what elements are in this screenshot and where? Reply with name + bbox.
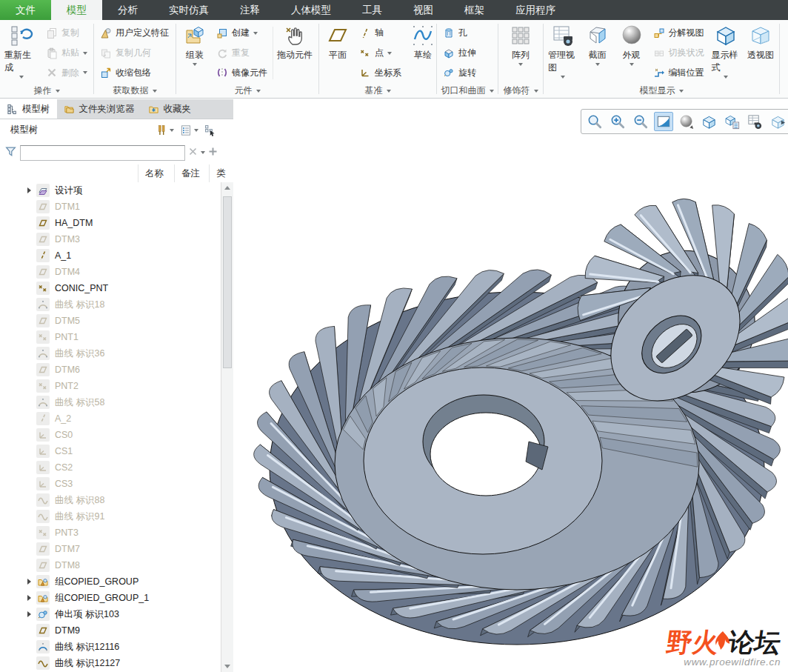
expand-arrow-icon[interactable] xyxy=(22,611,36,617)
tree-item[interactable]: A_2 xyxy=(0,410,221,427)
column-name[interactable]: 名称 xyxy=(138,164,174,182)
datum-point-button[interactable]: 点 xyxy=(357,44,404,62)
pattern-button[interactable]: 阵列 xyxy=(504,22,538,84)
tree-tools-button[interactable] xyxy=(156,124,174,136)
drag-components-button[interactable]: 拖动元件 xyxy=(274,22,315,84)
display-style-icon[interactable] xyxy=(700,112,719,131)
view-manager-icon[interactable] xyxy=(745,112,764,131)
menu-tab-model[interactable]: 模型 xyxy=(51,0,102,20)
expand-arrow-icon[interactable] xyxy=(22,579,36,585)
assemble-button[interactable]: 组装 xyxy=(178,22,212,84)
appearance-button[interactable]: 外观 xyxy=(615,22,649,84)
tree-item[interactable]: 曲线 标识58 xyxy=(0,394,221,410)
shrinkwrap-button[interactable]: 收缩包络 xyxy=(98,64,171,81)
repaint-icon[interactable] xyxy=(654,112,673,131)
tree-item[interactable]: 组COPIED_GROUP_1 xyxy=(0,590,221,606)
datum-plane-button[interactable]: 平面 xyxy=(321,22,355,84)
tree-item[interactable]: PNT1 xyxy=(0,329,221,345)
tree-item[interactable]: A_1 xyxy=(0,247,221,264)
tab-model-tree[interactable]: 模型树 xyxy=(0,99,57,119)
scroll-thumb[interactable] xyxy=(223,196,232,368)
group-label-operations[interactable]: 操作 xyxy=(0,84,93,98)
create-component-button[interactable]: 创建 xyxy=(214,24,270,42)
manage-views-button[interactable]: 管理视图 xyxy=(545,22,581,84)
tree-item[interactable]: DTM9 xyxy=(0,622,221,639)
tree-item[interactable]: 伸出项 标识103 xyxy=(0,606,221,622)
tree-item[interactable]: PNT2 xyxy=(0,378,221,394)
render-style-icon[interactable] xyxy=(677,112,696,131)
display-style-button[interactable]: 显示样式 xyxy=(709,22,744,84)
tree-item[interactable]: PNT3 xyxy=(0,525,221,541)
component-interface-button[interactable]: 元件 xyxy=(781,22,788,84)
datum-csys-button[interactable]: 坐标系 xyxy=(357,64,404,81)
tree-settings-button[interactable] xyxy=(204,124,216,136)
group-label-cuts-surfaces[interactable]: 切口和曲面 xyxy=(437,84,498,98)
edit-position-button[interactable]: 编辑位置 xyxy=(651,64,707,81)
zoom-out-icon[interactable] xyxy=(632,112,651,131)
udf-button[interactable]: 用户定义特征 xyxy=(98,24,171,42)
exploded-view-button[interactable]: 分解视图 xyxy=(651,24,707,42)
sections-button[interactable]: 截面 xyxy=(581,22,615,84)
graphics-area[interactable]: 野火论坛 www.proewildfire.cn xyxy=(233,99,788,672)
tree-item[interactable]: 设计项 xyxy=(0,182,221,199)
menu-tab-manikin[interactable]: 人体模型 xyxy=(276,0,347,20)
regenerate-button[interactable]: 重新生成 xyxy=(1,22,41,84)
tree-item[interactable]: 曲线 标识88 xyxy=(0,492,221,508)
tree-scrollbar[interactable] xyxy=(221,182,233,672)
scroll-up-icon[interactable] xyxy=(221,182,233,193)
menu-tab-annotate[interactable]: 注释 xyxy=(224,0,276,20)
paste-button[interactable]: 粘贴 xyxy=(44,44,90,62)
filter-dropdown-icon[interactable] xyxy=(201,151,205,154)
tree-item[interactable]: 曲线 标识36 xyxy=(0,345,221,362)
tree-filters-button[interactable] xyxy=(180,124,198,136)
group-label-model-display[interactable]: 模型显示 xyxy=(544,84,779,98)
menu-tab-view[interactable]: 视图 xyxy=(398,0,449,20)
tree-item[interactable]: DTM8 xyxy=(0,557,221,573)
expand-arrow-icon[interactable] xyxy=(22,595,36,601)
view-orient-icon[interactable] xyxy=(768,112,787,131)
tree-item[interactable]: DTM5 xyxy=(0,313,221,329)
column-note[interactable]: 备注 xyxy=(174,164,209,182)
delete-button[interactable]: 删除 xyxy=(44,64,90,81)
3d-model-spiral-bevel-gears[interactable] xyxy=(233,99,788,672)
group-label-datum[interactable]: 基准 xyxy=(319,84,436,98)
menu-tab-live-sim[interactable]: 实时仿真 xyxy=(153,0,224,20)
tree-item[interactable]: DTM3 xyxy=(0,231,221,247)
tree-item[interactable]: CS0 xyxy=(0,427,221,443)
copy-geometry-button[interactable]: 复制几何 xyxy=(98,44,171,62)
tree-item[interactable]: CS2 xyxy=(0,459,221,476)
tree-item[interactable]: CONIC_PNT xyxy=(0,280,221,296)
clear-filter-icon[interactable] xyxy=(188,146,198,159)
switch-state-button[interactable]: 切换状况 xyxy=(651,44,707,62)
revolve-button[interactable]: 旋转 xyxy=(441,64,478,81)
tree-search-input[interactable] xyxy=(20,145,185,161)
menu-tab-analysis[interactable]: 分析 xyxy=(102,0,153,20)
tree-item[interactable]: 曲线 标识91 xyxy=(0,508,221,525)
repeat-button[interactable]: 重复 xyxy=(214,44,270,62)
group-label-modifiers[interactable]: 修饰符 xyxy=(498,84,543,98)
tree-item[interactable]: 组COPIED_GROUP xyxy=(0,573,221,590)
tab-favorites[interactable]: 收藏夹 xyxy=(141,99,198,119)
tree-item[interactable]: CS1 xyxy=(0,443,221,459)
extrude-button[interactable]: 拉伸 xyxy=(441,44,478,62)
hole-button[interactable]: 孔 xyxy=(441,24,478,42)
tree-item[interactable]: DTM7 xyxy=(0,541,221,557)
tree-item[interactable]: DTM1 xyxy=(0,199,221,215)
add-filter-icon[interactable] xyxy=(208,146,218,159)
tree-item[interactable]: 曲线 标识12127 xyxy=(0,655,221,671)
group-label-component[interactable]: 元件 xyxy=(176,84,318,98)
expand-arrow-icon[interactable] xyxy=(22,187,36,193)
tree-item[interactable]: DTM6 xyxy=(0,362,221,378)
named-views-icon[interactable] xyxy=(723,112,742,131)
group-label-get-data[interactable]: 获取数据 xyxy=(94,84,176,98)
refit-icon[interactable] xyxy=(586,112,605,131)
zoom-in-icon[interactable] xyxy=(609,112,628,131)
menu-tab-file[interactable]: 文件 xyxy=(0,0,51,20)
menu-tab-framework[interactable]: 框架 xyxy=(449,0,500,20)
menu-tab-tools[interactable]: 工具 xyxy=(347,0,398,20)
scroll-down-icon[interactable] xyxy=(224,665,230,668)
tree-item[interactable]: HA_DTM xyxy=(0,215,221,231)
menu-tab-applications[interactable]: 应用程序 xyxy=(500,0,571,20)
tree-item[interactable]: CS3 xyxy=(0,476,221,492)
datum-axis-button[interactable]: 轴 xyxy=(357,24,404,42)
